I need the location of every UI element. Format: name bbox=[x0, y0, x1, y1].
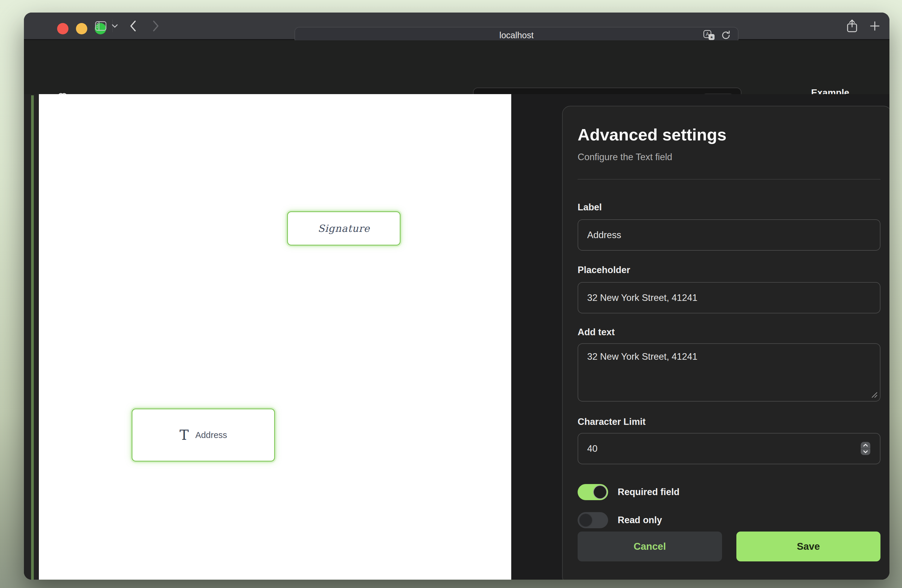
desktop: localhost A ★ bbox=[0, 0, 902, 588]
address-bar-url: localhost bbox=[499, 30, 533, 40]
back-button[interactable] bbox=[129, 20, 137, 32]
browser-toolbar: localhost A ★ bbox=[24, 13, 889, 40]
textarea-resize-handle[interactable] bbox=[870, 391, 878, 399]
field-palette-indicator bbox=[31, 95, 34, 580]
text-field-icon: T bbox=[179, 428, 189, 442]
number-stepper[interactable] bbox=[861, 442, 870, 455]
panel-title: Advanced settings bbox=[578, 125, 727, 144]
reload-icon[interactable] bbox=[720, 30, 731, 41]
left-rail bbox=[24, 94, 39, 580]
forward-button[interactable] bbox=[152, 20, 160, 32]
minimize-window-button[interactable] bbox=[76, 23, 87, 34]
stepper-up-icon[interactable] bbox=[861, 442, 870, 449]
required-field-row: Required field bbox=[578, 484, 680, 500]
translate-icon[interactable]: A ★ bbox=[703, 30, 715, 41]
chevron-down-icon[interactable] bbox=[111, 23, 118, 28]
character-limit-label: Character Limit bbox=[578, 416, 645, 427]
toggle-knob bbox=[579, 513, 593, 527]
stepper-down-icon[interactable] bbox=[861, 449, 870, 455]
app-header: Documenso Documents Templates Search ⌘+K… bbox=[24, 40, 889, 94]
character-limit-input[interactable] bbox=[578, 433, 880, 464]
svg-text:★: ★ bbox=[710, 35, 713, 39]
read-only-row: Read only bbox=[578, 512, 662, 528]
cancel-button[interactable]: Cancel bbox=[578, 532, 722, 561]
close-window-button[interactable] bbox=[57, 23, 69, 34]
label-field-label: Label bbox=[578, 202, 602, 213]
add-text-textarea[interactable]: 32 New York Street, 41241 bbox=[578, 343, 880, 402]
read-only-toggle[interactable] bbox=[578, 512, 608, 528]
share-icon[interactable] bbox=[846, 19, 858, 33]
required-field-toggle[interactable] bbox=[578, 484, 608, 500]
read-only-label: Read only bbox=[618, 515, 662, 525]
new-tab-icon[interactable] bbox=[869, 20, 881, 32]
required-field-label: Required field bbox=[618, 487, 680, 497]
toggle-knob bbox=[593, 485, 607, 499]
sidebar-toggle-icon[interactable] bbox=[95, 21, 106, 31]
signature-field[interactable]: Signature bbox=[287, 211, 401, 246]
panel-subtitle: Configure the Text field bbox=[578, 152, 672, 163]
label-input[interactable] bbox=[578, 219, 880, 251]
add-text-field-label: Add text bbox=[578, 327, 615, 338]
document-page: Signature T Address bbox=[39, 94, 511, 580]
text-field-address[interactable]: T Address bbox=[132, 408, 275, 461]
advanced-settings-panel: Advanced settings Configure the Text fie… bbox=[562, 106, 889, 580]
save-button[interactable]: Save bbox=[736, 532, 881, 561]
text-field-label: Address bbox=[195, 430, 227, 440]
panel-actions: Cancel Save bbox=[578, 532, 880, 561]
panel-divider bbox=[578, 179, 880, 180]
browser-window: localhost A ★ bbox=[24, 13, 889, 580]
signature-field-label: Signature bbox=[318, 223, 370, 234]
placeholder-field-label: Placeholder bbox=[578, 265, 630, 275]
placeholder-input[interactable] bbox=[578, 282, 880, 313]
